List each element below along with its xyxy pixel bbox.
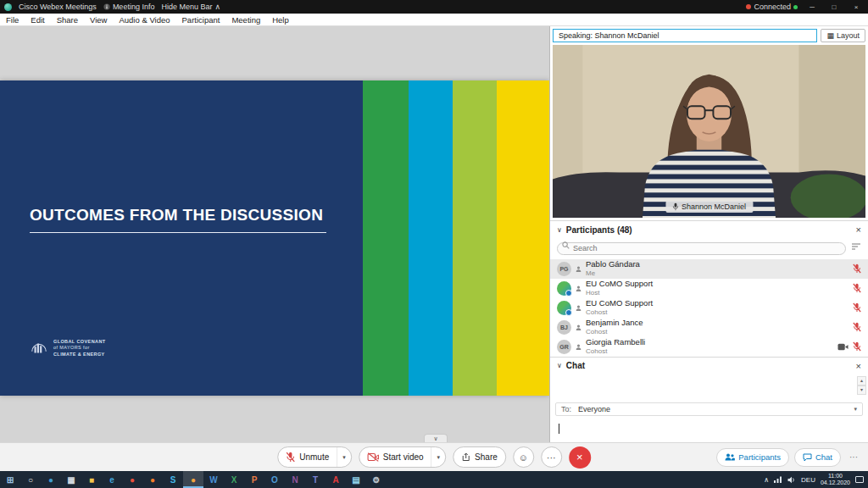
speaking-label: Speaking: Shannon McDaniel xyxy=(559,31,659,40)
recipient-select[interactable]: Everyone xyxy=(578,405,610,413)
webex-icon[interactable]: ● xyxy=(183,471,203,488)
tray-expand-icon[interactable]: ∧ xyxy=(764,476,769,484)
maximize-button[interactable]: □ xyxy=(826,3,842,11)
shared-content-area: OUTCOMES FROM THE DISCUSSION GLOBAL COVE… xyxy=(0,26,549,442)
menu-meeting[interactable]: Meeting xyxy=(225,15,266,25)
close-participants-icon[interactable]: × xyxy=(856,225,861,235)
participants-toggle-button[interactable]: Participants xyxy=(716,448,789,467)
chat-toggle-button[interactable]: Chat xyxy=(794,448,841,467)
file-explorer-icon[interactable]: ■ xyxy=(81,471,102,488)
action-center-icon[interactable] xyxy=(855,476,864,483)
menu-file[interactable]: File xyxy=(0,15,25,25)
more-options-button[interactable]: ··· xyxy=(541,446,562,468)
menu-audio-video[interactable]: Audio & Video xyxy=(113,15,175,25)
task-view-icon[interactable]: ▦ xyxy=(61,471,81,488)
muted-mic-icon[interactable] xyxy=(853,263,861,274)
hide-menu-bar-button[interactable]: Hide Menu Bar ∧ xyxy=(161,3,220,11)
participant-name: Benjamin Jance xyxy=(586,319,643,328)
person-icon xyxy=(576,305,581,311)
tray-date: 04.12.2020 xyxy=(821,480,850,486)
cortana-icon[interactable]: ● xyxy=(41,471,61,488)
search-icon[interactable]: ○ xyxy=(20,471,41,488)
chat-input[interactable] xyxy=(550,419,868,442)
chat-bubble-icon xyxy=(803,453,812,462)
tray-time: 11:00 xyxy=(821,473,850,480)
connection-status: Connected xyxy=(746,3,798,11)
close-button[interactable]: × xyxy=(849,3,864,11)
slide-stripe-lime xyxy=(453,80,497,396)
chrome-icon[interactable]: ● xyxy=(122,471,142,488)
participant-row[interactable]: PG Pablo Gándara Me xyxy=(550,259,868,279)
muted-mic-icon[interactable] xyxy=(853,302,861,313)
volume-icon[interactable] xyxy=(787,476,796,484)
menu-edit[interactable]: Edit xyxy=(25,15,50,25)
audio-options-chevron[interactable]: ▾ xyxy=(337,447,351,467)
recording-dot-icon xyxy=(746,4,751,9)
connected-label: Connected xyxy=(754,3,791,11)
video-options-chevron[interactable]: ▾ xyxy=(431,447,446,467)
firefox-icon[interactable]: ● xyxy=(142,471,163,488)
panel-more-button[interactable]: ··· xyxy=(846,452,861,462)
start-icon[interactable]: ⊞ xyxy=(0,471,20,488)
video-off-icon xyxy=(367,452,379,462)
minimize-button[interactable]: ─ xyxy=(804,3,820,11)
keyboard-language[interactable]: DEU xyxy=(801,476,815,484)
menu-share[interactable]: Share xyxy=(51,15,84,25)
onenote-icon[interactable]: N xyxy=(285,471,305,488)
scroll-up-icon[interactable]: ▴ xyxy=(857,376,866,385)
powerpoint-icon[interactable]: P xyxy=(244,471,264,488)
participant-name: EU CoMO Support xyxy=(586,280,653,289)
meeting-control-bar: Unmute ▾ Start video ▾ Share ☺ xyxy=(0,442,868,471)
share-button[interactable]: Share xyxy=(453,446,506,468)
camera-on-icon[interactable] xyxy=(837,343,849,351)
slide-title: OUTCOMES FROM THE DISCUSSION xyxy=(30,206,326,233)
reactions-button[interactable]: ☺ xyxy=(513,446,534,468)
settings-icon[interactable]: ⚙ xyxy=(366,471,387,488)
participant-row[interactable]: GR Giorgia Rambelli Cohost xyxy=(550,337,868,357)
skype-icon[interactable]: S xyxy=(163,471,183,488)
leave-meeting-button[interactable]: × xyxy=(569,446,591,469)
slide-stripe-blue xyxy=(409,80,453,396)
adobe-icon[interactable]: A xyxy=(326,471,346,488)
participant-sort-icon[interactable] xyxy=(851,242,861,251)
muted-mic-icon[interactable] xyxy=(853,341,861,352)
menu-view[interactable]: View xyxy=(84,15,113,25)
participant-row[interactable]: BJ Benjamin Jance Cohost xyxy=(550,318,868,337)
menu-help[interactable]: Help xyxy=(266,15,295,25)
participant-row[interactable]: EU CoMO Support Host xyxy=(550,279,868,298)
network-icon[interactable] xyxy=(774,476,782,483)
participants-title: Participants (48) xyxy=(566,225,632,235)
participants-header[interactable]: ∨ Participants (48) × xyxy=(550,220,868,238)
muted-mic-icon[interactable] xyxy=(853,322,861,332)
menu-participant[interactable]: Participant xyxy=(176,15,226,25)
scroll-down-icon[interactable]: ▾ xyxy=(857,385,866,395)
chat-header[interactable]: ∨ Chat × xyxy=(550,357,868,374)
close-chat-icon[interactable]: × xyxy=(856,361,861,371)
unmute-button[interactable]: Unmute ▾ xyxy=(277,446,352,468)
layout-button[interactable]: ▦ Layout xyxy=(821,29,865,42)
edge-icon[interactable]: e xyxy=(102,471,122,488)
excel-icon[interactable]: X xyxy=(224,471,244,488)
start-video-button[interactable]: Start video ▾ xyxy=(359,446,446,468)
participant-row[interactable]: EU CoMO Support Cohost xyxy=(550,298,868,318)
speaker-name: Shannon McDaniel xyxy=(682,202,746,211)
muted-mic-icon[interactable] xyxy=(853,283,861,293)
collapse-controls-tab[interactable]: ∨ xyxy=(424,434,448,442)
meeting-info-button[interactable]: Meeting Info xyxy=(103,3,155,11)
menu-bar: File Edit Share View Audio & Video Parti… xyxy=(0,14,868,26)
taskbar-icons: ⊞○●▦■e●●S●WXPONTA▤⚙ xyxy=(0,471,387,488)
notepad-icon[interactable]: ▤ xyxy=(346,471,366,488)
participant-search-input[interactable] xyxy=(557,242,846,255)
teams-icon[interactable]: T xyxy=(305,471,326,488)
participants-toggle-label: Participants xyxy=(738,452,781,462)
window-title: Cisco Webex Meetings xyxy=(19,3,97,11)
word-icon[interactable]: W xyxy=(203,471,224,488)
muted-mic-icon xyxy=(286,452,295,463)
participant-name: EU CoMO Support xyxy=(586,299,653,308)
outlook-icon[interactable]: O xyxy=(264,471,285,488)
chat-scrollbar[interactable]: ▴ ▾ xyxy=(857,376,866,395)
speaker-video-feed[interactable]: Shannon McDaniel xyxy=(553,45,865,218)
person-icon xyxy=(576,266,581,272)
mic-icon xyxy=(672,202,678,211)
taskbar-clock[interactable]: 11:00 04.12.2020 xyxy=(821,473,850,487)
